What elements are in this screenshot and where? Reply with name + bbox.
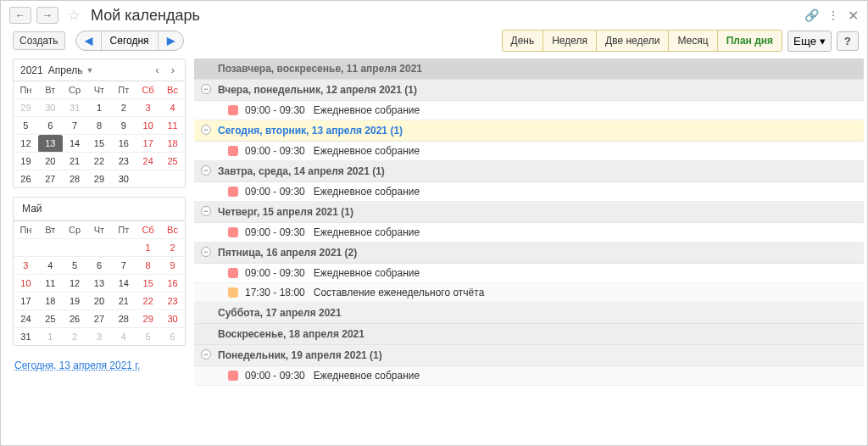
calendar-day[interactable]: 1: [87, 99, 112, 117]
collapse-icon[interactable]: −: [201, 125, 211, 135]
today-button[interactable]: Сегодня: [101, 31, 159, 50]
view-tab-0[interactable]: День: [503, 31, 544, 51]
calendar-day[interactable]: 14: [63, 135, 87, 153]
calendar-day[interactable]: 11: [160, 117, 185, 135]
calendar-day[interactable]: 28: [63, 170, 87, 188]
calendar-day[interactable]: 31: [63, 99, 87, 117]
calendar-day[interactable]: 20: [38, 153, 63, 170]
mini-cal-prev[interactable]: ‹: [152, 64, 162, 76]
calendar-day[interactable]: 30: [111, 170, 136, 188]
agenda-day-header[interactable]: Позавчера, воскресенье, 11 апреля 2021: [194, 59, 864, 80]
collapse-icon[interactable]: −: [201, 165, 211, 176]
more-button[interactable]: Еще ▾: [787, 31, 832, 52]
favorite-icon[interactable]: ☆: [67, 6, 81, 25]
mini-cal-year[interactable]: 2021: [20, 64, 43, 76]
calendar-day[interactable]: 18: [160, 135, 185, 153]
view-tab-3[interactable]: Месяц: [669, 31, 717, 51]
calendar-day[interactable]: 19: [14, 153, 38, 170]
calendar-day[interactable]: 26: [14, 170, 38, 188]
help-button[interactable]: ?: [837, 31, 859, 51]
agenda-day-header[interactable]: −Пятница, 16 апреля 2021 (2): [194, 243, 864, 264]
agenda-day-header[interactable]: −Сегодня, вторник, 13 апреля 2021 (1): [194, 120, 864, 142]
calendar-day[interactable]: 23: [160, 293, 185, 310]
calendar-day[interactable]: 16: [111, 135, 136, 153]
calendar-day[interactable]: 26: [63, 310, 87, 328]
calendar-day[interactable]: 11: [38, 275, 63, 293]
calendar-day[interactable]: 28: [111, 310, 136, 328]
calendar-day[interactable]: 29: [136, 310, 160, 328]
next-day-button[interactable]: ▶: [159, 31, 183, 50]
calendar-day[interactable]: 12: [14, 135, 38, 153]
calendar-day[interactable]: 9: [111, 117, 136, 135]
agenda-event[interactable]: 17:30 - 18:00Составление еженедельного о…: [194, 283, 864, 303]
calendar-day[interactable]: 31: [14, 328, 38, 346]
collapse-icon[interactable]: −: [201, 206, 211, 216]
prev-day-button[interactable]: ◀: [76, 31, 101, 50]
calendar-day[interactable]: 25: [38, 310, 63, 328]
calendar-day[interactable]: 8: [87, 117, 112, 135]
calendar-day[interactable]: 22: [136, 293, 160, 310]
collapse-icon[interactable]: −: [201, 84, 211, 94]
agenda-event[interactable]: 09:00 - 09:30Ежедневное собрание: [194, 366, 864, 386]
calendar-day[interactable]: 15: [87, 135, 112, 153]
today-link[interactable]: Сегодня, 13 апреля 2021 г.: [13, 354, 142, 376]
calendar-day[interactable]: 8: [136, 257, 160, 275]
calendar-day[interactable]: 5: [136, 328, 160, 346]
calendar-day[interactable]: 13: [87, 275, 112, 293]
agenda-day-header[interactable]: Суббота, 17 апреля 2021: [194, 303, 864, 324]
collapse-icon[interactable]: −: [201, 349, 211, 360]
calendar-day[interactable]: 6: [38, 117, 63, 135]
agenda-day-header[interactable]: −Четверг, 15 апреля 2021 (1): [194, 202, 864, 223]
calendar-day[interactable]: 10: [136, 117, 160, 135]
create-button[interactable]: Создать: [13, 31, 65, 50]
calendar-day[interactable]: 15: [136, 275, 160, 293]
calendar-day[interactable]: 3: [136, 99, 160, 117]
calendar-day[interactable]: 3: [87, 328, 112, 346]
collapse-icon[interactable]: −: [201, 247, 211, 257]
calendar-day[interactable]: 21: [111, 293, 136, 310]
calendar-day[interactable]: 19: [63, 293, 87, 310]
calendar-day[interactable]: 7: [111, 257, 136, 275]
calendar-day[interactable]: 5: [63, 257, 87, 275]
calendar-day[interactable]: 24: [14, 310, 38, 328]
agenda-day-header[interactable]: −Понедельник, 19 апреля 2021 (1): [194, 345, 864, 366]
view-tab-4[interactable]: План дня: [718, 31, 782, 51]
back-button[interactable]: ←: [9, 7, 31, 24]
link-icon[interactable]: 🔗: [804, 8, 819, 22]
calendar-day[interactable]: 14: [111, 275, 136, 293]
calendar-day[interactable]: 29: [87, 170, 112, 188]
calendar-day[interactable]: 27: [87, 310, 112, 328]
calendar-day[interactable]: 10: [14, 275, 38, 293]
calendar-day[interactable]: 1: [38, 328, 63, 346]
calendar-day[interactable]: 21: [63, 153, 87, 170]
calendar-day[interactable]: 6: [87, 257, 112, 275]
calendar-day[interactable]: 3: [14, 257, 38, 275]
calendar-day[interactable]: 2: [63, 328, 87, 346]
agenda-day-header[interactable]: −Вчера, понедельник, 12 апреля 2021 (1): [194, 80, 864, 101]
agenda-day-header[interactable]: Воскресенье, 18 апреля 2021: [194, 324, 864, 345]
calendar-day[interactable]: 27: [38, 170, 63, 188]
calendar-day[interactable]: 25: [160, 153, 185, 170]
calendar-day[interactable]: 16: [160, 275, 185, 293]
agenda-event[interactable]: 09:00 - 09:30Ежедневное собрание: [194, 264, 864, 283]
calendar-day[interactable]: 13: [38, 135, 63, 153]
mini-cal-next[interactable]: ›: [168, 64, 178, 76]
calendar-day[interactable]: 1: [136, 239, 160, 257]
calendar-day[interactable]: 7: [63, 117, 87, 135]
agenda-day-header[interactable]: −Завтра, среда, 14 апреля 2021 (1): [194, 161, 864, 182]
chevron-down-icon[interactable]: ▼: [86, 66, 93, 75]
calendar-day[interactable]: 2: [160, 239, 185, 257]
calendar-day[interactable]: 29: [14, 99, 38, 117]
calendar-day[interactable]: 18: [38, 293, 63, 310]
agenda-event[interactable]: 09:00 - 09:30Ежедневное собрание: [194, 182, 864, 202]
close-icon[interactable]: ✕: [848, 8, 859, 24]
calendar-day[interactable]: 5: [14, 117, 38, 135]
agenda-event[interactable]: 09:00 - 09:30Ежедневное собрание: [194, 223, 864, 243]
mini-cal-month[interactable]: Апрель: [48, 64, 83, 76]
kebab-menu-icon[interactable]: ⋮: [827, 8, 839, 22]
calendar-day[interactable]: 17: [136, 135, 160, 153]
calendar-day[interactable]: 2: [111, 99, 136, 117]
calendar-day[interactable]: 24: [136, 153, 160, 170]
calendar-day[interactable]: 30: [38, 99, 63, 117]
agenda-event[interactable]: 09:00 - 09:30Ежедневное собрание: [194, 101, 864, 120]
